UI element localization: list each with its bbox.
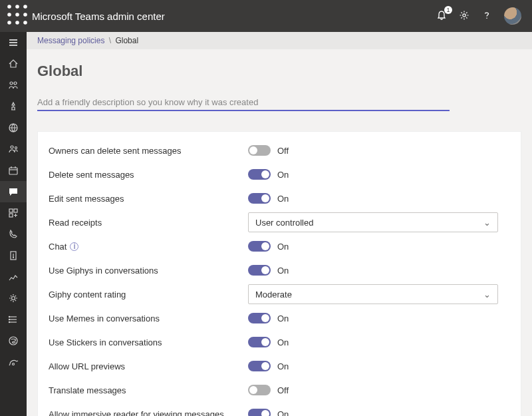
app-launcher-icon[interactable] xyxy=(7,4,28,29)
settings-card: Owners can delete sent messages Off Dele… xyxy=(37,131,521,416)
svg-rect-19 xyxy=(9,168,17,174)
svg-point-17 xyxy=(11,146,13,148)
svg-point-34 xyxy=(9,319,9,319)
nav-devices-icon[interactable] xyxy=(0,96,27,117)
svg-point-35 xyxy=(9,321,9,322)
help-icon[interactable] xyxy=(481,10,492,23)
setting-label: Translate messages xyxy=(49,385,126,395)
nav-apps-icon[interactable] xyxy=(0,202,27,224)
select-read-receipts[interactable]: User controlled ⌄ xyxy=(248,212,498,232)
svg-point-5 xyxy=(23,13,27,17)
setting-label: Chat xyxy=(49,242,66,252)
toggle-memes[interactable] xyxy=(248,313,271,323)
setting-label: Use Giphys in conversations xyxy=(49,266,158,276)
svg-point-14 xyxy=(10,82,13,85)
info-icon[interactable]: i xyxy=(70,242,78,251)
toggle-immersive[interactable] xyxy=(248,409,271,416)
nav-users-icon[interactable] xyxy=(0,138,27,160)
breadcrumb-parent[interactable]: Messaging policies xyxy=(37,36,104,45)
select-giphy-rating[interactable]: Moderate ⌄ xyxy=(248,284,498,304)
toggle-translate[interactable] xyxy=(248,385,271,395)
toggle-owners-delete[interactable] xyxy=(248,145,271,156)
toggle-status: Off xyxy=(277,385,289,395)
page-body: Global Owners can delete sent messages O… xyxy=(27,49,532,416)
nav-messaging-icon[interactable] xyxy=(0,181,27,202)
svg-point-15 xyxy=(14,82,17,85)
toggle-url-previews[interactable] xyxy=(248,361,271,371)
nav-planning-icon[interactable] xyxy=(0,309,27,330)
svg-point-1 xyxy=(15,5,19,9)
toggle-status: On xyxy=(277,242,289,252)
svg-rect-23 xyxy=(9,209,13,212)
setting-memes: Use Memes in conversations On xyxy=(38,306,521,330)
settings-icon[interactable] xyxy=(459,10,469,23)
toggle-edit-sent[interactable] xyxy=(248,193,271,204)
nav-analytics-icon[interactable] xyxy=(0,266,27,288)
nav-teams-icon[interactable] xyxy=(0,75,27,96)
svg-rect-24 xyxy=(14,209,17,212)
svg-point-9 xyxy=(463,13,466,16)
nav-meetings-icon[interactable] xyxy=(0,160,27,181)
svg-point-0 xyxy=(7,5,11,9)
nav-orgsettings-icon[interactable] xyxy=(0,288,27,309)
svg-point-7 xyxy=(15,21,19,25)
avatar[interactable] xyxy=(504,7,521,25)
setting-label: Allow URL previews xyxy=(49,361,125,371)
setting-delete-sent: Delete sent messages On xyxy=(38,162,521,186)
toggle-status: On xyxy=(277,194,289,204)
toggle-stickers[interactable] xyxy=(248,337,271,347)
svg-point-33 xyxy=(9,316,9,317)
toggle-status: Off xyxy=(277,146,289,156)
description-input[interactable] xyxy=(37,95,450,111)
setting-giphys: Use Giphys in conversations On xyxy=(38,258,521,282)
nav-callquality-icon[interactable] xyxy=(0,351,27,373)
nav-policy-icon[interactable] xyxy=(0,245,27,266)
toggle-status: On xyxy=(277,170,289,180)
topbar-actions: 1 xyxy=(436,7,525,25)
notifications-icon[interactable]: 1 xyxy=(436,10,447,23)
toggle-status: On xyxy=(277,361,289,371)
svg-point-28 xyxy=(13,258,14,258)
chevron-down-icon: ⌄ xyxy=(483,290,491,300)
toggle-status: On xyxy=(277,337,289,347)
setting-label: Delete sent messages xyxy=(49,170,134,180)
setting-label: Owners can delete sent messages xyxy=(49,146,181,156)
select-value: Moderate xyxy=(255,290,292,300)
setting-stickers: Use Stickers in conversations On xyxy=(38,330,521,354)
svg-rect-25 xyxy=(9,214,13,217)
nav-toggle-icon[interactable] xyxy=(0,32,27,53)
svg-point-2 xyxy=(23,5,27,9)
nav-legacy-icon[interactable] xyxy=(0,330,27,351)
toggle-giphys[interactable] xyxy=(248,265,271,276)
select-value: User controlled xyxy=(255,218,313,228)
nav-locations-icon[interactable] xyxy=(0,117,27,138)
svg-point-6 xyxy=(7,21,11,25)
nav-voice-icon[interactable] xyxy=(0,224,27,245)
setting-edit-sent: Edit sent messages On xyxy=(38,186,521,210)
svg-point-3 xyxy=(7,13,11,17)
page-title: Global xyxy=(37,63,521,80)
svg-point-10 xyxy=(486,17,487,19)
notification-badge: 1 xyxy=(444,6,452,14)
setting-immersive: Allow immersive reader for viewing messa… xyxy=(38,402,521,416)
svg-point-4 xyxy=(15,13,19,17)
setting-label: Allow immersive reader for viewing messa… xyxy=(49,409,224,417)
setting-read-receipts: Read receipts User controlled ⌄ xyxy=(38,210,521,234)
topbar: Microsoft Teams admin center 1 xyxy=(0,0,532,32)
breadcrumb-current: Global xyxy=(115,36,138,45)
svg-point-18 xyxy=(15,147,17,149)
svg-point-29 xyxy=(12,297,15,300)
setting-giphy-rating: Giphy content rating Moderate ⌄ xyxy=(38,282,521,306)
setting-label: Use Memes in conversations xyxy=(49,313,160,323)
setting-url-previews: Allow URL previews On xyxy=(38,354,521,378)
setting-label: Read receipts xyxy=(49,218,102,228)
toggle-chat[interactable] xyxy=(248,241,271,252)
toggle-status: On xyxy=(277,313,289,323)
toggle-delete-sent[interactable] xyxy=(248,169,271,180)
svg-point-8 xyxy=(23,21,27,25)
nav-home-icon[interactable] xyxy=(0,53,27,75)
toggle-status: On xyxy=(277,409,289,417)
svg-point-36 xyxy=(9,337,17,345)
breadcrumb-sep: \ xyxy=(109,36,111,45)
setting-chat: Chat i On xyxy=(38,234,521,258)
